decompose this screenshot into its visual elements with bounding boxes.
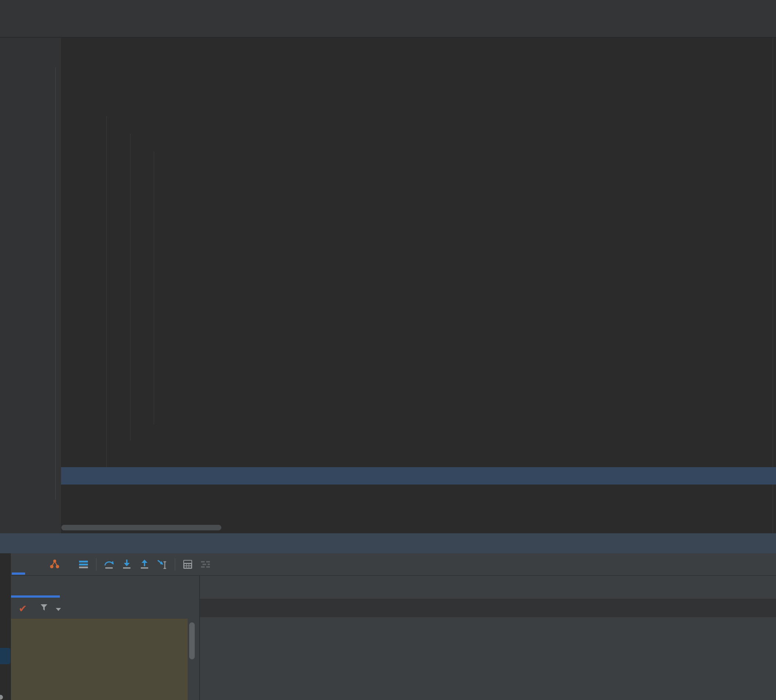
debugger-layout-icon[interactable]: [78, 558, 90, 570]
step-over-icon[interactable]: [103, 558, 115, 570]
chevron-down-icon[interactable]: [55, 604, 62, 614]
editor-tabbar-row1: [0, 0, 776, 18]
evaluate-expression-input[interactable]: [200, 599, 776, 617]
editor-debugger-splitter[interactable]: [0, 533, 776, 553]
thread-selector[interactable]: ✔: [11, 600, 199, 618]
debugger-toolbar: [10, 553, 776, 575]
run-to-cursor-icon[interactable]: [156, 558, 168, 570]
tab-console[interactable]: [27, 553, 43, 575]
active-tab-underline: [12, 572, 25, 575]
frames-list[interactable]: [11, 619, 188, 700]
filter-icon[interactable]: [40, 603, 48, 614]
indent-guide: [154, 151, 154, 425]
frames-tab-underline: [11, 595, 60, 598]
background-left-strip: [0, 553, 10, 700]
indent-guide: [107, 116, 107, 467]
editor-tabbar-row2: [0, 18, 776, 37]
step-out-icon[interactable]: [138, 558, 150, 570]
background-fragment-badge: [0, 648, 10, 664]
tabbar-divider: [0, 37, 776, 38]
evaluate-expression-icon[interactable]: [182, 558, 194, 570]
tab-debugger[interactable]: [10, 553, 27, 575]
actuator-icon: [49, 558, 61, 570]
suspended-check-icon: ✔: [18, 603, 27, 615]
toolbar-divider: [10, 575, 776, 576]
editor-gutter: [0, 38, 61, 533]
tab-actuator[interactable]: [43, 553, 72, 575]
right-margin-guide: [773, 38, 773, 533]
layout-settings-icon[interactable]: [200, 558, 211, 570]
ide-window: ✔: [0, 0, 776, 700]
indent-guide: [130, 134, 130, 440]
frames-scrollbar[interactable]: [189, 622, 195, 659]
fold-guide-line: [55, 67, 56, 500]
editor-horizontal-scrollbar[interactable]: [62, 525, 221, 530]
execution-line-highlight: [61, 467, 776, 485]
toolbar-separator: [96, 558, 97, 571]
step-into-icon[interactable]: [121, 558, 133, 570]
